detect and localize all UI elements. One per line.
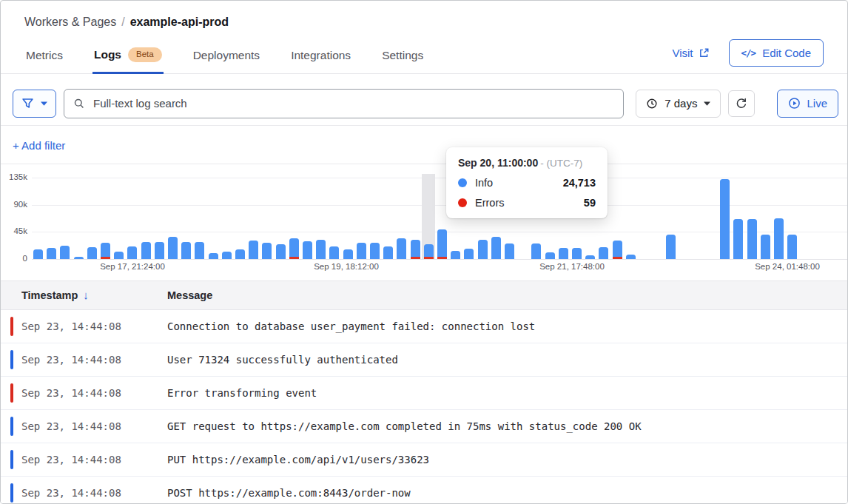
chart-bar[interactable] bbox=[411, 240, 420, 259]
chart-bar[interactable] bbox=[572, 248, 582, 259]
chart-bar[interactable] bbox=[289, 238, 299, 259]
visit-link[interactable]: Visit bbox=[672, 47, 709, 59]
chart-bar[interactable] bbox=[747, 219, 757, 259]
chart-tooltip: Sep 20, 11:00:00- (UTC-7) Info 24,713 Er… bbox=[446, 147, 608, 218]
add-filter-button[interactable]: + Add filter bbox=[13, 139, 65, 152]
chart-bar[interactable] bbox=[209, 253, 218, 259]
log-row[interactable]: Sep 23, 14:44:08GET request to https://e… bbox=[1, 410, 847, 443]
tab-logs[interactable]: Logs Beta bbox=[92, 38, 164, 74]
log-level-indicator bbox=[10, 383, 13, 403]
tooltip-row-errors: Errors 59 bbox=[458, 197, 596, 209]
log-level-indicator bbox=[10, 417, 13, 436]
chart-bar[interactable] bbox=[464, 249, 474, 259]
chart-bar[interactable] bbox=[585, 255, 595, 259]
chart-bar[interactable] bbox=[249, 241, 258, 259]
time-range-dropdown[interactable]: 7 days bbox=[636, 90, 721, 118]
log-message: GET request to https://example.com compl… bbox=[167, 420, 642, 432]
breadcrumb-current: example-api-prod bbox=[130, 16, 229, 28]
chart-bar[interactable] bbox=[329, 246, 339, 259]
code-icon: </> bbox=[741, 47, 756, 58]
external-link-icon bbox=[699, 47, 710, 58]
log-row[interactable]: Sep 23, 14:44:08User 71324 successfully … bbox=[1, 343, 847, 377]
chart-bar[interactable] bbox=[733, 219, 743, 259]
chart-bar[interactable] bbox=[626, 255, 636, 259]
logs-histogram: 135k 90k 45k 0 Sep 17, 21:24:00 Sep 19, … bbox=[1, 164, 847, 280]
chart-bar[interactable] bbox=[774, 218, 784, 259]
chart-bar[interactable] bbox=[478, 240, 488, 259]
live-button[interactable]: Live bbox=[777, 90, 838, 118]
chart-bar[interactable] bbox=[491, 237, 501, 259]
column-message: Message bbox=[167, 289, 212, 301]
log-timestamp: Sep 23, 14:44:08 bbox=[1, 387, 167, 399]
chart-bar[interactable] bbox=[276, 244, 286, 259]
chart-bar[interactable] bbox=[303, 241, 312, 259]
chart-bar[interactable] bbox=[613, 241, 622, 259]
breadcrumb-parent-link[interactable]: Workers & Pages bbox=[24, 16, 116, 28]
log-row[interactable]: Sep 23, 14:44:08PUT https://example.com/… bbox=[1, 443, 847, 477]
chart-bar[interactable] bbox=[424, 244, 434, 259]
log-row[interactable]: Sep 23, 14:44:08Error transforming event bbox=[1, 377, 847, 410]
chart-bar[interactable] bbox=[33, 249, 43, 259]
tab-metrics[interactable]: Metrics bbox=[24, 40, 64, 74]
sort-descending-icon[interactable]: ↓ bbox=[83, 289, 89, 301]
chart-bar[interactable] bbox=[47, 248, 56, 259]
workers-logs-page: Workers & Pages/example-api-prod Metrics… bbox=[0, 0, 848, 504]
chart-bar[interactable] bbox=[195, 242, 204, 259]
chart-bar[interactable] bbox=[168, 237, 178, 259]
log-level-indicator bbox=[10, 317, 13, 336]
chart-bar[interactable] bbox=[155, 242, 164, 259]
chart-bar[interactable] bbox=[370, 243, 380, 259]
chart-bar[interactable] bbox=[222, 252, 232, 259]
chart-bar[interactable] bbox=[545, 252, 555, 259]
chart-bar[interactable] bbox=[505, 243, 514, 259]
tab-deployments[interactable]: Deployments bbox=[192, 40, 261, 74]
refresh-button[interactable] bbox=[728, 90, 755, 117]
chart-bar[interactable] bbox=[127, 246, 137, 259]
log-message: Error transforming event bbox=[167, 387, 317, 399]
chart-bar[interactable] bbox=[114, 252, 124, 259]
log-message: POST https://example.com:8443/order-now bbox=[167, 487, 411, 499]
chart-bar[interactable] bbox=[599, 247, 608, 259]
chart-bar[interactable] bbox=[787, 235, 797, 259]
tab-settings[interactable]: Settings bbox=[380, 40, 425, 74]
tab-integrations[interactable]: Integrations bbox=[289, 40, 352, 74]
chart-bar[interactable] bbox=[181, 242, 191, 259]
chart-bar[interactable] bbox=[316, 240, 326, 259]
chart-bar[interactable] bbox=[141, 242, 151, 259]
chart-bar[interactable] bbox=[437, 229, 447, 259]
log-search bbox=[64, 89, 624, 118]
funnel-icon bbox=[21, 97, 34, 110]
info-dot-icon bbox=[458, 178, 467, 187]
x-tick-label: Sep 19, 18:12:00 bbox=[314, 262, 379, 271]
chart-bar[interactable] bbox=[383, 246, 393, 259]
log-row[interactable]: Sep 23, 14:44:08Connection to database u… bbox=[1, 310, 847, 343]
chart-bar[interactable] bbox=[397, 238, 406, 259]
filter-dropdown-button[interactable] bbox=[13, 90, 56, 118]
chart-bar[interactable] bbox=[74, 257, 84, 259]
chart-bar[interactable] bbox=[531, 243, 541, 259]
play-circle-icon bbox=[788, 97, 801, 110]
edit-code-button[interactable]: </> Edit Code bbox=[729, 39, 824, 67]
log-timestamp: Sep 23, 14:44:08 bbox=[1, 420, 167, 432]
chart-bar[interactable] bbox=[235, 249, 245, 259]
chart-bar[interactable] bbox=[343, 249, 353, 259]
search-input[interactable] bbox=[92, 96, 614, 110]
errors-dot-icon bbox=[458, 198, 467, 207]
log-message: Connection to database user_payment fail… bbox=[167, 320, 535, 332]
chart-bar[interactable] bbox=[451, 251, 460, 259]
chart-bar[interactable] bbox=[87, 247, 97, 259]
log-row[interactable]: Sep 23, 14:44:08POST https://example.com… bbox=[1, 477, 847, 504]
log-toolbar: 7 days Live bbox=[1, 74, 847, 126]
chart-bar[interactable] bbox=[720, 179, 730, 259]
chart-bar[interactable] bbox=[666, 235, 676, 259]
log-message: PUT https://example.com/api/v1/users/336… bbox=[167, 454, 429, 466]
chart-bar[interactable] bbox=[60, 246, 70, 259]
chart-bar[interactable] bbox=[262, 243, 272, 259]
chart-bar[interactable] bbox=[559, 248, 568, 259]
chart-bar[interactable] bbox=[761, 235, 770, 259]
chart-bar[interactable] bbox=[101, 243, 110, 259]
x-tick-label: Sep 17, 21:24:00 bbox=[100, 262, 165, 271]
clock-icon bbox=[646, 98, 658, 110]
chart-bar[interactable] bbox=[357, 243, 366, 259]
log-level-indicator bbox=[10, 450, 13, 469]
